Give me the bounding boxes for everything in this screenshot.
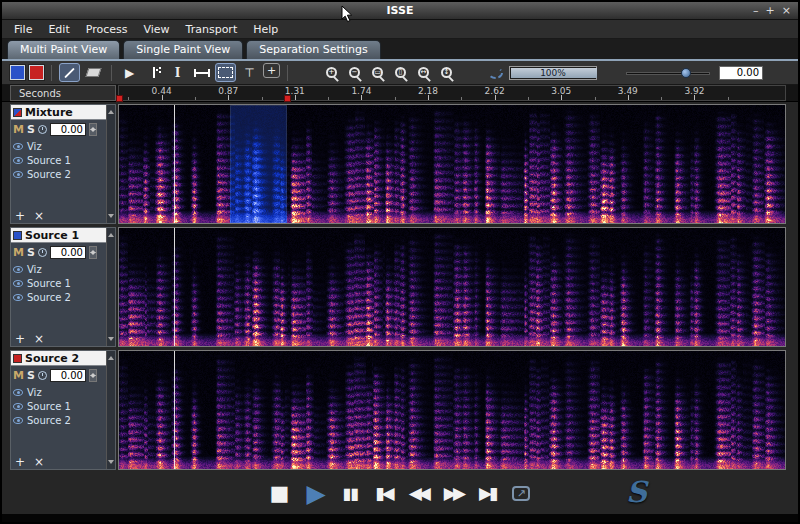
eye-icon[interactable] [13,417,23,424]
panel-scrollbar[interactable] [106,228,115,346]
layer-row[interactable]: Source 2 [13,414,104,427]
panel-scrollbar[interactable] [106,351,115,469]
mute-button[interactable]: M [13,369,24,382]
layer-row[interactable]: Source 1 [13,400,104,413]
paint-color-red[interactable] [29,65,44,80]
panel-scrollbar[interactable] [106,105,115,223]
layer-row[interactable]: Source 1 [13,277,104,290]
add-layer-button[interactable]: + [15,456,25,468]
loop-marker[interactable] [284,95,291,102]
track-gain-input[interactable]: 0.00 [50,123,86,136]
eye-icon[interactable] [13,294,23,301]
layer-row[interactable]: Source 2 [13,168,104,181]
brush-tool[interactable] [59,63,80,82]
clock-icon[interactable] [38,248,47,257]
spray-tool[interactable] [143,63,164,82]
gain-stepper[interactable] [89,123,97,136]
zoom-fit-width-button[interactable]: ↔ [413,63,434,82]
remove-layer-button[interactable]: × [34,210,44,222]
zoom-sel-width-button[interactable]: ▭ [367,63,388,82]
zoom-fit-height-button[interactable]: ↕ [436,63,457,82]
track-header[interactable]: Source 1 [11,228,106,243]
rewind-button[interactable]: ◀◀ [409,485,427,502]
clock-icon[interactable] [38,371,47,380]
ibeam-tool[interactable]: I [167,63,188,82]
tab-single-paint-view[interactable]: Single Paint View [123,40,243,59]
zoom-out-button[interactable]: − [344,63,365,82]
menu-item-file[interactable]: File [6,23,40,36]
zoom-in-button[interactable]: + [321,63,342,82]
layer-row[interactable]: Source 2 [13,291,104,304]
eye-icon[interactable] [13,266,23,273]
eye-icon[interactable] [13,280,23,287]
minimize-button[interactable]: – [753,3,759,19]
layer-row[interactable]: Viz [13,140,104,153]
maximize-button[interactable]: + [766,3,775,19]
volume-slider[interactable] [626,66,710,80]
track-header[interactable]: Mixture [11,105,106,120]
remove-layer-button[interactable]: × [34,333,44,345]
gain-stepper[interactable] [89,369,97,382]
skip-end-button[interactable]: ▶▮ [479,485,495,502]
layer-row[interactable]: Viz [13,386,104,399]
layer-row[interactable]: Source 1 [13,154,104,167]
zoom-sel-height-button[interactable]: ▯ [390,63,411,82]
add-box-tool[interactable]: + [263,63,280,78]
paint-color-blue[interactable] [10,65,25,80]
play-head-tool[interactable]: ▶ [119,63,140,82]
tick-mark [694,95,695,100]
measure-tool[interactable] [191,63,212,82]
menu-item-view[interactable]: View [135,23,177,36]
fast-forward-button[interactable]: ▶▶ [444,485,462,502]
playhead-line[interactable] [174,228,175,346]
menu-item-process[interactable]: Process [78,23,136,36]
loop-path-icon[interactable] [488,67,503,79]
eye-icon[interactable] [13,389,23,396]
remove-layer-button[interactable]: × [34,456,44,468]
spectrogram-canvas[interactable] [119,351,785,469]
close-button[interactable]: × [782,3,791,19]
eraser-tool[interactable] [83,63,104,82]
time-ruler[interactable]: 0.440.871.311.742.182.623.053.493.92 [118,85,786,101]
track-header[interactable]: Source 2 [11,351,106,366]
loop-button[interactable]: ↗ [512,486,530,501]
menu-item-edit[interactable]: Edit [40,23,77,36]
spectrogram-view[interactable] [118,350,786,470]
add-layer-button[interactable]: + [15,210,25,222]
menu-item-transport[interactable]: Transport [178,23,246,36]
play-button[interactable]: ▶ [306,481,325,506]
solo-button[interactable]: S [27,369,35,382]
track-gain-input[interactable]: 0.00 [50,369,86,382]
skip-start-button[interactable]: ▮◀ [375,485,391,502]
playhead-line[interactable] [174,105,175,223]
solo-button[interactable]: S [27,123,35,136]
add-layer-button[interactable]: + [15,333,25,345]
mute-button[interactable]: M [13,246,24,259]
eye-icon[interactable] [13,157,23,164]
playhead-line[interactable] [174,351,175,469]
title-bar[interactable]: ISSE –+× [2,2,798,20]
slider-thumb[interactable] [681,68,691,78]
clock-icon[interactable] [38,125,47,134]
menu-item-help[interactable]: Help [245,23,286,36]
mute-button[interactable]: M [13,123,24,136]
spectrogram-view[interactable] [118,104,786,224]
tab-multi-paint-view[interactable]: Multi Paint View [7,40,120,59]
gain-stepper[interactable] [89,246,97,259]
spectrogram-canvas[interactable] [119,228,785,346]
eye-icon[interactable] [13,403,23,410]
loop-marker[interactable] [116,95,123,102]
solo-button[interactable]: S [27,246,35,259]
spectrogram-canvas[interactable] [119,105,785,223]
box-select-tool[interactable] [215,63,236,82]
volume-value-input[interactable]: 0.00 [719,66,763,80]
eye-icon[interactable] [13,171,23,178]
eye-icon[interactable] [13,143,23,150]
pause-button[interactable]: ▮▮ [343,486,359,502]
time-marker-tool[interactable]: ⊤ [239,63,260,82]
layer-row[interactable]: Viz [13,263,104,276]
stop-button[interactable]: ■ [270,483,290,504]
track-gain-input[interactable]: 0.00 [50,246,86,259]
spectrogram-view[interactable] [118,227,786,347]
tab-separation-settings[interactable]: Separation Settings [246,40,380,59]
